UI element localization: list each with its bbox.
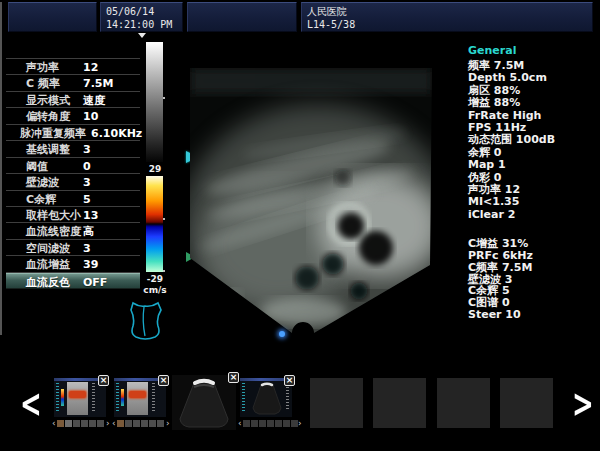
param-row-steer-angle[interactable]: 偏转角度 10 [6,108,140,124]
param-row-c-frequency[interactable]: C 频率 7.5M [6,75,140,91]
param-value: 5 [83,192,91,207]
param-value: 速度 [83,93,105,108]
param-row-spatial-filter[interactable]: 空间滤波 3 [6,240,140,256]
mini-filmstrip-2: ‹ › [112,419,172,428]
filmstrip-frame[interactable] [243,420,250,427]
param-value: 0 [83,159,91,174]
thumbnail-cine-4[interactable]: × [240,378,292,417]
close-icon[interactable]: × [158,375,169,386]
filmstrip-frame[interactable] [157,420,164,427]
scale-marker-dot [163,218,165,220]
time-text: 14:21:00 PM [101,18,182,31]
param-row-flow-invert-selected[interactable]: 血流反色 OFF [6,273,140,289]
mini-filmstrip-4: ‹ › [238,419,302,428]
close-icon[interactable]: × [284,375,295,386]
filmstrip-frame[interactable] [141,420,148,427]
mini-colorbar [121,389,124,406]
filmstrip-frame[interactable] [251,420,258,427]
thumbnail-frame-3[interactable]: × [172,375,236,430]
param-row-acoustic-power[interactable]: 声功率 12 [6,59,140,75]
filmstrip-next-icon[interactable]: › [298,418,302,428]
param-value: 3 [83,142,91,157]
param-label: 血流反色 [26,275,70,290]
mini-fan-image [250,381,284,416]
param-value: 10 [83,109,98,124]
parameter-sidebar: 声功率 12 C 频率 7.5M 显示模式 速度 偏转角度 10 脉冲重复频率 … [6,58,140,289]
param-row-c-persistence[interactable]: C余辉 5 [6,191,140,207]
filmstrip-next-icon[interactable]: › [166,418,170,428]
param-row-display-mode[interactable]: 显示模式 速度 [6,92,140,108]
param-row-packet-size[interactable]: 取样包大小 13 [6,207,140,223]
filmstrip-frame[interactable] [133,420,140,427]
mini-right-text [286,384,289,410]
filmstrip-frame[interactable] [259,420,266,427]
mini-left-text [116,383,119,413]
filmstrip-frame[interactable] [275,420,282,427]
info-steer: Steer 10 [468,309,596,321]
thumbnail-slot-empty [373,378,426,428]
mini-fan-image [172,375,236,430]
topbar-empty-box [187,2,297,32]
param-row-wall-filter[interactable]: 壁滤波 3 [6,174,140,190]
filmstrip-frame[interactable] [57,420,64,427]
filmstrip-next-icon[interactable]: › [106,418,110,428]
param-value: 13 [83,208,98,223]
ultrasound-image[interactable] [183,58,438,348]
mini-right-text [152,383,155,413]
close-icon[interactable]: × [228,372,239,383]
filmstrip-frame[interactable] [89,420,96,427]
hospital-name: 人民医院 [302,3,592,18]
filmstrip-frame[interactable] [149,420,156,427]
thumbnail-slot-empty [437,378,490,428]
mini-right-text [92,383,95,413]
mini-doppler-patch [129,391,146,398]
param-label: 声功率 [26,60,59,75]
color-doppler-bar [146,176,163,272]
filmstrip-frame[interactable] [73,420,80,427]
body-marker-icon[interactable] [126,297,166,341]
topbar-patient-box [8,2,97,32]
thumbnail-cine-1[interactable]: × [54,378,106,417]
topbar-datetime-box: 05/06/14 14:21:00 PM [100,2,183,32]
param-label: C 频率 [26,76,60,91]
filmstrip-frame[interactable] [65,420,72,427]
filmstrip-prev-icon[interactable]: ‹ [112,418,116,428]
param-value: 高 [83,224,94,239]
close-icon[interactable]: × [98,375,109,386]
param-value: 12 [83,60,98,75]
param-label: 血流线密度 [26,224,81,239]
scale-marker-dot [163,97,165,99]
param-label: 偏转角度 [26,109,70,124]
filmstrip-frame[interactable] [283,420,290,427]
filmstrip-frame[interactable] [81,420,88,427]
filmstrip-frame[interactable] [267,420,274,427]
topbar-hospital-box: 人民医院 L14-5/38 [301,2,593,32]
filmstrip-frame[interactable] [291,420,298,427]
param-label: 阈值 [26,159,48,174]
info-depth: Depth 5.0cm [468,72,596,84]
info-c-frequency: C频率 7.5M [468,262,596,274]
param-row-threshold[interactable]: 阈值 0 [6,158,140,174]
probe-model: L14-5/38 [302,18,592,31]
info-iclear: iClear 2 [468,209,596,221]
filmstrip-frame[interactable] [97,420,104,427]
thumbnail-cine-2[interactable]: × [114,378,166,417]
clipboard-prev-button[interactable]: < [20,384,42,423]
caret-down-icon [138,33,146,38]
param-label: 基线调整 [26,142,70,157]
filmstrip-prev-icon[interactable]: ‹ [238,418,242,428]
param-row-line-density[interactable]: 血流线密度 高 [6,223,140,239]
param-label: 显示模式 [26,93,70,108]
info-gain: 增益 88% [468,97,596,109]
param-value: 3 [83,241,91,256]
mini-filmstrip-1: ‹ › [52,419,112,428]
param-row-baseline[interactable]: 基线调整 3 [6,141,140,157]
filmstrip-frame[interactable] [117,420,124,427]
clipboard-next-button[interactable]: > [572,384,594,423]
param-row-prf[interactable]: 脉冲重复频率 6.10KHz [6,125,140,141]
param-value: 3 [83,175,91,190]
param-label: 空间滤波 [26,241,70,256]
filmstrip-prev-icon[interactable]: ‹ [52,418,56,428]
filmstrip-frame[interactable] [125,420,132,427]
param-row-flow-gain[interactable]: 血流增益 39 [6,256,140,272]
